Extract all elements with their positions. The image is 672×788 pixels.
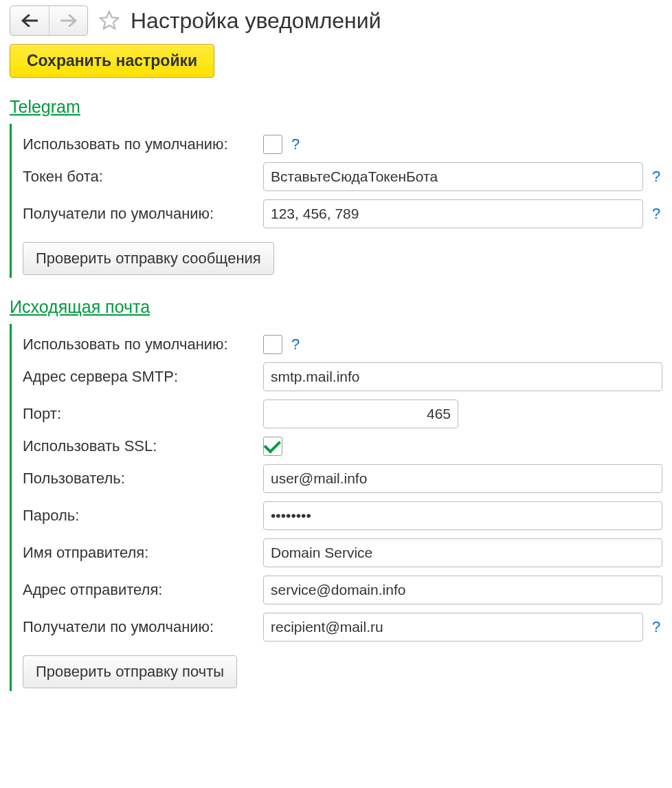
mail-user-input[interactable] xyxy=(263,464,662,493)
page-title: Настройка уведомлений xyxy=(131,8,381,34)
telegram-token-label: Токен бота: xyxy=(23,168,256,186)
telegram-use-default-label: Использовать по умолчанию: xyxy=(23,135,256,153)
help-icon[interactable]: ? xyxy=(650,205,662,223)
mail-port-label: Порт: xyxy=(23,405,256,423)
mail-sender-addr-input[interactable] xyxy=(263,576,662,604)
mail-sender-addr-label: Адрес отправителя: xyxy=(23,581,256,599)
help-icon[interactable]: ? xyxy=(650,168,662,186)
help-icon[interactable]: ? xyxy=(289,135,302,153)
mail-smtp-input[interactable] xyxy=(263,362,662,391)
mail-test-button[interactable]: Проверить отправку почты xyxy=(23,655,237,688)
section-mail: Использовать по умолчанию: ? Адрес серве… xyxy=(10,324,662,691)
mail-user-label: Пользователь: xyxy=(23,470,256,488)
telegram-token-input[interactable] xyxy=(263,162,643,191)
section-title-mail[interactable]: Исходящая почта xyxy=(10,297,662,317)
mail-sender-name-input[interactable] xyxy=(263,538,662,567)
telegram-test-button[interactable]: Проверить отправку сообщения xyxy=(23,242,274,275)
mail-ssl-label: Использовать SSL: xyxy=(23,437,256,455)
save-settings-button[interactable]: Сохранить настройки xyxy=(10,44,214,78)
section-title-telegram[interactable]: Telegram xyxy=(10,97,662,117)
help-icon[interactable]: ? xyxy=(289,336,302,353)
telegram-use-default-checkbox[interactable] xyxy=(263,135,282,154)
mail-recipients-label: Получатели по умолчанию: xyxy=(23,618,256,636)
mail-port-input[interactable] xyxy=(263,400,458,428)
forward-button[interactable] xyxy=(49,6,87,35)
arrow-left-icon xyxy=(21,14,38,27)
section-telegram: Использовать по умолчанию: ? Токен бота:… xyxy=(10,124,662,278)
mail-password-input[interactable] xyxy=(263,501,662,530)
telegram-recipients-label: Получатели по умолчанию: xyxy=(23,205,256,223)
mail-smtp-label: Адрес сервера SMTP: xyxy=(23,368,256,386)
mail-password-label: Пароль: xyxy=(23,507,256,525)
mail-use-default-checkbox[interactable] xyxy=(263,335,282,354)
favorite-star-icon[interactable] xyxy=(98,9,121,32)
mail-use-default-label: Использовать по умолчанию: xyxy=(23,336,256,353)
mail-ssl-checkbox[interactable] xyxy=(263,437,282,456)
telegram-recipients-input[interactable] xyxy=(263,199,643,228)
back-button[interactable] xyxy=(10,6,49,35)
nav-buttons xyxy=(10,6,88,36)
mail-recipients-input[interactable] xyxy=(263,613,643,642)
arrow-right-icon xyxy=(60,14,77,27)
help-icon[interactable]: ? xyxy=(650,618,662,636)
mail-sender-name-label: Имя отправителя: xyxy=(23,544,256,562)
